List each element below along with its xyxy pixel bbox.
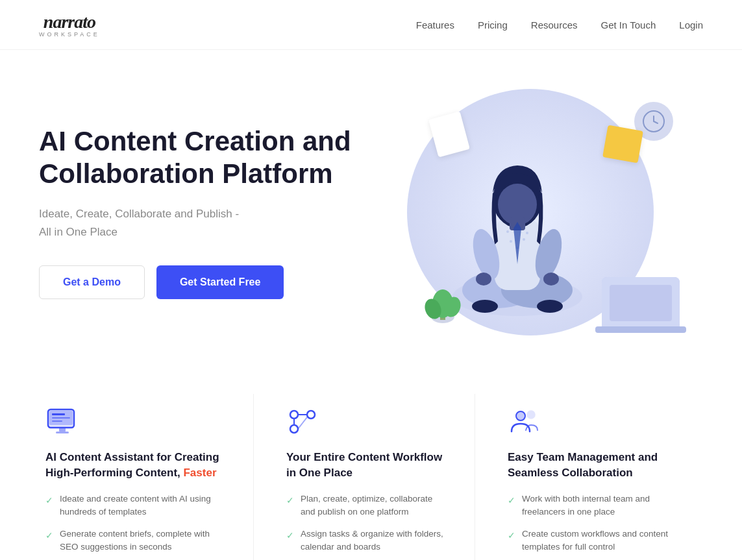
feature-team: Easy Team Management and Seamless Collab… — [482, 394, 703, 560]
team-icon — [508, 407, 684, 438]
list-item: ✓ Work with both internal team and freel… — [508, 493, 684, 519]
laptop-icon — [602, 277, 680, 329]
feature-ai-content: AI Content Assistant for Creating High-P… — [39, 394, 254, 560]
svg-point-44 — [527, 411, 535, 419]
nav-pricing[interactable]: Pricing — [478, 19, 508, 30]
hero-illustration — [371, 89, 704, 335]
feature-title-team: Easy Team Management and Seamless Collab… — [508, 450, 684, 481]
workflow-icon — [286, 407, 449, 438]
list-item: ✓ Ideate and create content with AI usin… — [45, 493, 227, 519]
list-item: ✓ Plan, create, optimize, collaborate an… — [286, 493, 449, 519]
get-demo-button[interactable]: Get a Demo — [39, 265, 145, 299]
svg-point-11 — [523, 238, 525, 241]
logo-name: narrato — [43, 12, 95, 32]
feature-title-ai: AI Content Assistant for Creating High-P… — [45, 450, 227, 481]
list-item: ✓ Assign tasks & organize with folders, … — [286, 528, 449, 554]
hero-title: AI Content Creation and Collaboration Pl… — [39, 125, 371, 191]
logo[interactable]: narrato WORKSPACE — [39, 12, 100, 38]
hero-section: AI Content Creation and Collaboration Pl… — [0, 50, 742, 361]
feature-list-ai: ✓ Ideate and create content with AI usin… — [45, 493, 227, 560]
svg-rect-31 — [52, 413, 65, 415]
illustration-container — [381, 89, 693, 335]
svg-point-21 — [472, 300, 498, 313]
feature-list-team: ✓ Work with both internal team and freel… — [508, 493, 684, 560]
monitor-icon — [45, 407, 227, 438]
svg-rect-33 — [52, 420, 62, 422]
logo-sub: WORKSPACE — [39, 31, 100, 38]
svg-rect-35 — [56, 432, 69, 433]
check-icon: ✓ — [508, 494, 515, 507]
nav-features[interactable]: Features — [416, 19, 454, 30]
check-icon: ✓ — [45, 529, 53, 542]
nav-login[interactable]: Login — [679, 19, 703, 30]
svg-point-20 — [543, 273, 559, 286]
check-icon: ✓ — [45, 494, 53, 507]
check-icon: ✓ — [286, 529, 294, 542]
hero-buttons: Get a Demo Get Started Free — [39, 265, 371, 299]
feature-title-workflow: Your Entire Content Workflow in One Plac… — [286, 450, 449, 481]
hero-sub-line2: All in One Place — [39, 226, 117, 238]
hero-subtitle: Ideate, Create, Collaborate and Publish … — [39, 205, 371, 243]
navbar: narrato WORKSPACE Features Pricing Resou… — [0, 0, 742, 50]
svg-point-37 — [307, 411, 315, 419]
features-section: AI Content Assistant for Creating High-P… — [0, 361, 742, 560]
svg-point-10 — [510, 240, 512, 243]
hero-left: AI Content Creation and Collaboration Pl… — [39, 125, 371, 300]
feature-list-workflow: ✓ Plan, create, optimize, collaborate an… — [286, 493, 449, 560]
nav-resources[interactable]: Resources — [531, 19, 578, 30]
laptop-base — [595, 326, 686, 333]
plant-icon — [420, 271, 465, 330]
floating-paper-2 — [602, 125, 643, 164]
hero-sub-line1: Ideate, Create, Collaborate and Publish … — [39, 208, 239, 220]
list-item: ✓ Generate content briefs, complete with… — [45, 528, 227, 554]
feature-workflow: Your Entire Content Workflow in One Plac… — [260, 394, 475, 560]
list-item: ✓ Create custom workflows and content te… — [508, 528, 684, 554]
check-icon: ✓ — [286, 494, 294, 507]
svg-point-36 — [290, 411, 298, 419]
svg-point-38 — [290, 425, 298, 433]
svg-line-41 — [298, 417, 307, 429]
svg-point-9 — [526, 232, 528, 234]
check-icon: ✓ — [508, 529, 515, 542]
svg-point-7 — [506, 230, 509, 233]
svg-point-19 — [476, 273, 491, 286]
nav-contact[interactable]: Get In Touch — [601, 19, 656, 30]
svg-point-22 — [537, 300, 563, 313]
get-started-button[interactable]: Get Started Free — [156, 265, 284, 299]
nav-links: Features Pricing Resources Get In Touch … — [416, 19, 703, 30]
svg-rect-32 — [52, 417, 70, 419]
svg-rect-34 — [59, 428, 66, 432]
